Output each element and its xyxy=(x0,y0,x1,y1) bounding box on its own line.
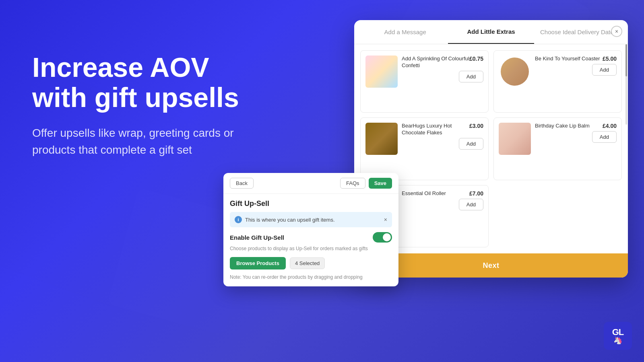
toggle-knob xyxy=(383,233,391,241)
product-card: Birthday Cake Lip Balm £4.00 Add xyxy=(493,117,622,180)
product-image xyxy=(499,123,531,155)
selected-badge: 4 Selected xyxy=(290,257,325,269)
choose-products-text: Choose products to display as Up-Sell fo… xyxy=(230,246,392,251)
product-bottom-row: Add xyxy=(402,138,483,150)
enable-toggle[interactable] xyxy=(373,232,392,243)
product-card: Be Kind To Yourself Coaster £5.00 Add xyxy=(493,50,622,113)
product-bottom-row: Add xyxy=(402,199,483,210)
product-bottom-row: Add xyxy=(535,131,617,143)
product-bottom-row: Add xyxy=(402,71,483,82)
modal-close-button[interactable]: × xyxy=(611,26,622,37)
product-price: £4.00 xyxy=(603,123,617,129)
scroll-thumb xyxy=(625,44,627,76)
product-card-content: Add A Sprinkling Of Colourful Confetti £… xyxy=(402,56,483,82)
browse-products-button[interactable]: Browse Products xyxy=(230,257,286,269)
product-image xyxy=(365,56,398,88)
sub-heading: Offer upsells like wrap, greeting cards … xyxy=(32,125,242,158)
info-close-icon[interactable]: × xyxy=(384,216,387,223)
enable-row: Enable Gift Up-Sell xyxy=(230,232,392,243)
left-content: Increase AOV with gift upsells Offer ups… xyxy=(32,52,242,158)
product-top-row: Birthday Cake Lip Balm £4.00 xyxy=(535,123,617,131)
gl-text: GL xyxy=(612,328,624,337)
upsell-body: Enable Gift Up-Sell Choose products to d… xyxy=(223,232,398,286)
add-button[interactable]: Add xyxy=(459,199,483,210)
faqs-button[interactable]: FAQs xyxy=(340,178,365,189)
product-card: BearHugs Luxury Hot Chocolate Flakes £3.… xyxy=(360,117,489,180)
gl-logo: GL 🦄 xyxy=(604,322,632,350)
upsell-panel: Back FAQs Save Gift Up-Sell i This is wh… xyxy=(223,173,398,286)
upsell-header-actions: FAQs Save xyxy=(340,178,392,189)
product-top-row: Essential Oil Roller £7.00 xyxy=(402,190,483,199)
add-button[interactable]: Add xyxy=(592,64,617,76)
product-bottom-row: Add xyxy=(535,64,617,76)
info-text: This is where you can upsell gift items. xyxy=(245,217,335,223)
upsell-note: Note: You can re-order the products by d… xyxy=(230,274,392,280)
product-name: Be Kind To Yourself Coaster xyxy=(535,56,600,62)
add-button[interactable]: Add xyxy=(459,71,483,82)
product-top-row: Be Kind To Yourself Coaster £5.00 xyxy=(535,56,617,64)
info-banner: i This is where you can upsell gift item… xyxy=(230,212,392,227)
add-button[interactable]: Add xyxy=(592,131,617,143)
tab-delivery-date[interactable]: Choose Ideal Delivery Date xyxy=(534,20,620,44)
scrollbar[interactable] xyxy=(625,44,627,125)
product-name: Essential Oil Roller xyxy=(402,190,446,197)
save-button[interactable]: Save xyxy=(369,178,392,189)
info-icon: i xyxy=(235,216,242,223)
product-price: £7.00 xyxy=(469,190,483,197)
product-image xyxy=(365,123,398,155)
upsell-actions: Browse Products 4 Selected xyxy=(230,257,392,269)
product-card-content: Essential Oil Roller £7.00 Add xyxy=(402,190,483,210)
product-card: Add A Sprinkling Of Colourful Confetti £… xyxy=(360,50,489,113)
product-card-content: BearHugs Luxury Hot Chocolate Flakes £3.… xyxy=(402,123,483,150)
enable-label: Enable Gift Up-Sell xyxy=(230,234,284,241)
product-top-row: BearHugs Luxury Hot Chocolate Flakes £3.… xyxy=(402,123,483,138)
product-top-row: Add A Sprinkling Of Colourful Confetti £… xyxy=(402,56,483,71)
product-price: £5.00 xyxy=(603,56,617,62)
tab-add-message[interactable]: Add a Message xyxy=(362,20,448,44)
gl-logo-inner: GL 🦄 xyxy=(612,328,624,344)
add-button[interactable]: Add xyxy=(459,138,483,150)
tab-add-extras[interactable]: Add Little Extras xyxy=(448,20,534,44)
modal-tabs: Add a Message Add Little Extras Choose I… xyxy=(354,20,628,44)
main-heading: Increase AOV with gift upsells xyxy=(32,52,242,113)
product-name: BearHugs Luxury Hot Chocolate Flakes xyxy=(402,123,469,136)
product-price: £0.75 xyxy=(469,56,483,62)
unicorn-icon: 🦄 xyxy=(612,337,624,344)
product-image xyxy=(501,58,529,86)
product-price: £3.00 xyxy=(469,123,483,129)
product-name: Add A Sprinkling Of Colourful Confetti xyxy=(402,56,469,69)
upsell-title: Gift Up-Sell xyxy=(223,194,398,212)
product-card-content: Be Kind To Yourself Coaster £5.00 Add xyxy=(535,56,617,76)
upsell-header: Back FAQs Save xyxy=(223,173,398,194)
product-card-content: Birthday Cake Lip Balm £4.00 Add xyxy=(535,123,617,143)
back-button[interactable]: Back xyxy=(230,178,254,189)
product-name: Birthday Cake Lip Balm xyxy=(535,123,590,130)
